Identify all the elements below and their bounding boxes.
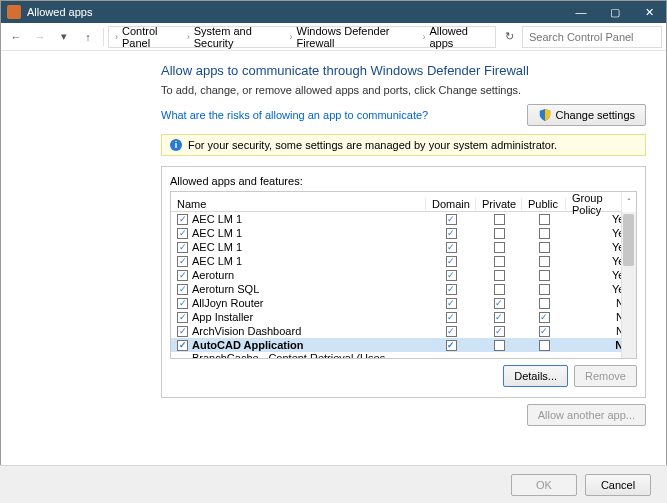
checkbox[interactable] (539, 228, 550, 239)
checkbox[interactable] (494, 284, 505, 295)
table-row[interactable]: ArchVision DashboardNo (171, 324, 636, 338)
checkbox[interactable] (494, 340, 505, 351)
chevron-right-icon: › (290, 32, 293, 42)
table-row[interactable]: App InstallerNo (171, 310, 636, 324)
address-bar: ← → ▾ ↑ › Control Panel › System and Sec… (1, 23, 666, 51)
col-domain[interactable]: Domain (426, 198, 476, 210)
allowed-apps-table: Name Domain Private Public Group Policy … (170, 191, 637, 359)
minimize-button[interactable]: — (564, 1, 598, 23)
content: Allow apps to communicate through Window… (1, 51, 666, 426)
cell-name: Aeroturn SQL (171, 283, 426, 295)
cell-public (522, 214, 566, 225)
checkbox[interactable] (494, 326, 505, 337)
search-input[interactable]: Search Control Panel (522, 26, 662, 48)
col-name[interactable]: Name (171, 198, 426, 210)
checkbox[interactable] (177, 340, 188, 351)
table-row[interactable]: AEC LM 1Yes (171, 226, 636, 240)
checkbox[interactable] (446, 298, 457, 309)
checkbox[interactable] (494, 270, 505, 281)
details-button[interactable]: Details... (503, 365, 568, 387)
checkbox[interactable] (539, 214, 550, 225)
checkbox[interactable] (539, 256, 550, 267)
checkbox[interactable] (446, 256, 457, 267)
cell-name: AEC LM 1 (171, 255, 426, 267)
page-title: Allow apps to communicate through Window… (161, 63, 646, 78)
checkbox[interactable] (446, 228, 457, 239)
table-row[interactable]: AEC LM 1Yes (171, 254, 636, 268)
checkbox[interactable] (446, 284, 457, 295)
checkbox[interactable] (494, 256, 505, 267)
allow-another-app-button[interactable]: Allow another app... (527, 404, 646, 426)
crumb-system-security[interactable]: System and Security (194, 25, 286, 49)
maximize-button[interactable]: ▢ (598, 1, 632, 23)
checkbox[interactable] (539, 284, 550, 295)
close-button[interactable]: ✕ (632, 1, 666, 23)
cell-private (476, 312, 522, 323)
change-settings-label: Change settings (556, 109, 636, 121)
checkbox[interactable] (446, 270, 457, 281)
cell-public (522, 270, 566, 281)
checkbox[interactable] (539, 312, 550, 323)
cell-name: AutoCAD Application (171, 339, 426, 351)
checkbox[interactable] (494, 298, 505, 309)
recent-dropdown[interactable]: ▾ (53, 26, 75, 48)
crumb-control-panel[interactable]: Control Panel (122, 25, 183, 49)
checkbox[interactable] (177, 214, 188, 225)
refresh-button[interactable]: ↻ (498, 30, 520, 43)
checkbox[interactable] (177, 256, 188, 267)
table-row[interactable]: BranchCache - Content Retrieval (Uses HT… (171, 352, 636, 358)
checkbox[interactable] (446, 340, 457, 351)
cell-private (476, 326, 522, 337)
checkbox[interactable] (177, 284, 188, 295)
cell-private (476, 228, 522, 239)
checkbox[interactable] (494, 228, 505, 239)
table-header: Name Domain Private Public Group Policy (171, 192, 636, 212)
cancel-button[interactable]: Cancel (585, 474, 651, 496)
remove-button[interactable]: Remove (574, 365, 637, 387)
scrollbar-thumb[interactable] (623, 214, 634, 266)
checkbox[interactable] (539, 340, 550, 351)
group-title: Allowed apps and features: (170, 175, 637, 187)
breadcrumb[interactable]: › Control Panel › System and Security › … (108, 26, 496, 48)
checkbox[interactable] (177, 326, 188, 337)
crumb-firewall[interactable]: Windows Defender Firewall (297, 25, 419, 49)
checkbox[interactable] (494, 312, 505, 323)
col-private[interactable]: Private (476, 198, 522, 210)
table-row[interactable]: AEC LM 1Yes (171, 212, 636, 226)
checkbox[interactable] (177, 270, 188, 281)
col-public[interactable]: Public (522, 198, 566, 210)
change-settings-button[interactable]: Change settings (527, 104, 647, 126)
checkbox[interactable] (177, 312, 188, 323)
forward-button[interactable]: → (29, 26, 51, 48)
table-row[interactable]: AEC LM 1Yes (171, 240, 636, 254)
table-row[interactable]: AeroturnYes (171, 268, 636, 282)
divider (103, 28, 104, 46)
checkbox[interactable] (539, 242, 550, 253)
checkbox[interactable] (494, 242, 505, 253)
checkbox[interactable] (539, 270, 550, 281)
chevron-right-icon: › (422, 32, 425, 42)
crumb-allowed-apps[interactable]: Allowed apps (429, 25, 489, 49)
checkbox[interactable] (177, 242, 188, 253)
cell-public (522, 228, 566, 239)
checkbox[interactable] (494, 214, 505, 225)
ok-button[interactable]: OK (511, 474, 577, 496)
checkbox[interactable] (446, 326, 457, 337)
checkbox[interactable] (177, 298, 188, 309)
checkbox[interactable] (539, 298, 550, 309)
checkbox[interactable] (539, 326, 550, 337)
risks-link[interactable]: What are the risks of allowing an app to… (161, 109, 527, 121)
cell-domain (426, 270, 476, 281)
header-overflow-icon[interactable]: ˆ (621, 192, 636, 212)
checkbox[interactable] (446, 242, 457, 253)
back-button[interactable]: ← (5, 26, 27, 48)
table-row[interactable]: AutoCAD ApplicationNo (171, 338, 636, 352)
table-row[interactable]: AllJoyn RouterNo (171, 296, 636, 310)
up-button[interactable]: ↑ (77, 26, 99, 48)
table-row[interactable]: Aeroturn SQLYes (171, 282, 636, 296)
checkbox[interactable] (446, 312, 457, 323)
checkbox[interactable] (446, 214, 457, 225)
cell-name: Aeroturn (171, 269, 426, 281)
scrollbar[interactable] (621, 212, 636, 358)
checkbox[interactable] (177, 228, 188, 239)
